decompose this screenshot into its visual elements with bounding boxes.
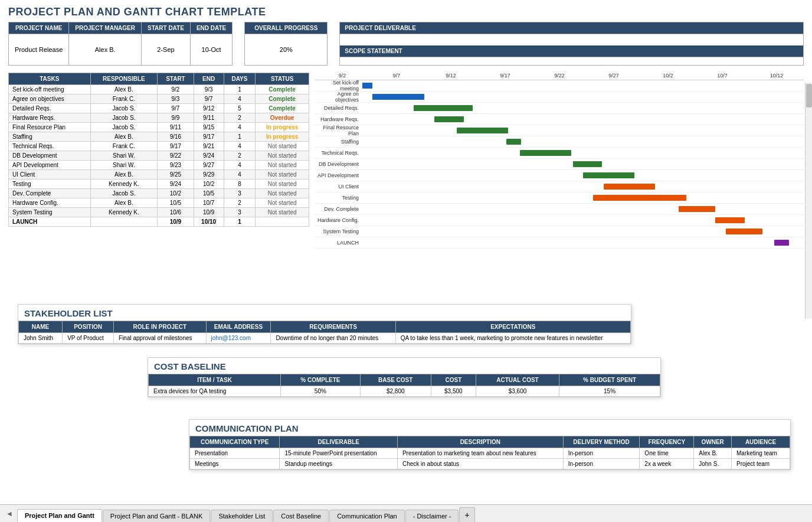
task-days: 1	[224, 217, 256, 227]
cost-title: COST BASELINE	[148, 358, 660, 374]
gantt-bar	[679, 206, 715, 212]
cost-budget: 15%	[559, 386, 660, 397]
tasks-col-end: END	[194, 73, 224, 85]
task-start: 9/2	[158, 85, 194, 94]
tab-disclaimer[interactable]: - Disclaimer -	[405, 510, 459, 522]
sh-col-name: NAME	[19, 321, 63, 333]
task-end: 9/3	[194, 85, 224, 94]
task-days: 2	[224, 198, 256, 208]
gantt-header-row: 9/29/79/129/179/229/2710/210/710/12	[315, 73, 804, 80]
gantt-row: Agree on objectives	[315, 92, 804, 103]
gantt-row: API Development	[315, 170, 804, 181]
task-start: 9/22	[158, 151, 194, 161]
task-name: Staffing	[9, 132, 91, 142]
comm-audience: Project team	[731, 459, 790, 469]
gantt-bars-area	[362, 159, 804, 170]
gantt-row-label: Technical Reqs.	[315, 150, 362, 156]
gantt-row: DB Development	[315, 159, 804, 170]
task-responsible: Alex B.	[90, 85, 158, 94]
gantt-bar	[414, 105, 473, 111]
task-end: 9/12	[194, 104, 224, 113]
comm-col-deliverable: DELIVERABLE	[280, 436, 397, 448]
gantt-row: LAUNCH	[315, 237, 804, 249]
task-start: 9/24	[158, 180, 194, 189]
gantt-row: Dev. Complete	[315, 204, 804, 215]
comm-col-type: COMMUNICATION TYPE	[190, 436, 280, 448]
task-days: 4	[224, 170, 256, 180]
gantt-row-label: System Testing	[315, 229, 362, 234]
stakeholder-title: STAKEHOLDER LIST	[18, 305, 631, 321]
gantt-row-label: Agree on objectives	[315, 91, 362, 103]
scrollbar-right[interactable]	[805, 83, 812, 319]
scrollbar-thumb[interactable]	[806, 84, 812, 107]
task-days: 8	[224, 180, 256, 189]
tab-nav-left[interactable]: ◄	[2, 507, 17, 520]
cost-col-cost: COST	[431, 374, 476, 386]
tab-cost-baseline[interactable]: Cost Baseline	[273, 510, 329, 522]
task-row: Set kick-off meeting Alex B. 9/2 9/3 1 C…	[9, 85, 309, 94]
task-name: LAUNCH	[9, 217, 91, 227]
sh-col-position: POSITION	[63, 321, 114, 333]
cost-row: Extra devices for QA testing 50% $2,800 …	[149, 386, 660, 397]
task-start: 10/9	[158, 217, 194, 227]
gantt-bar	[583, 172, 634, 178]
task-name: Detailed Reqs.	[9, 104, 91, 113]
start-date-value: 2-Sep	[142, 34, 191, 66]
cost-cost: $3,500	[431, 386, 476, 397]
sh-col-role: ROLE IN PROJECT	[114, 321, 207, 333]
task-row: API Development Shari W. 9/23 9/27 4 Not…	[9, 161, 309, 170]
stakeholder-row: John Smith VP of Product Final approval …	[19, 333, 631, 344]
tab-add-button[interactable]: +	[459, 507, 474, 522]
gantt-row-label: DB Development	[315, 161, 362, 167]
tab-communication-plan[interactable]: Communication Plan	[329, 510, 405, 522]
tab-project-plan-gantt[interactable]: Project Plan and Gantt	[17, 509, 102, 522]
task-responsible: Alex B.	[90, 132, 158, 142]
main-wrapper: PROJECT PLAN AND GANTT CHART TEMPLATE PR…	[0, 0, 812, 522]
task-responsible: Alex B.	[90, 170, 158, 180]
task-row: Hardware Reqs. Jacob S. 9/9 9/11 2 Overd…	[9, 113, 309, 123]
task-responsible: Kennedy K.	[90, 208, 158, 217]
task-days: 1	[224, 132, 256, 142]
task-start: 10/6	[158, 208, 194, 217]
task-start: 9/23	[158, 161, 194, 170]
scope-body	[339, 57, 804, 66]
sh-requirements: Downtime of no longer than 20 minutes	[271, 333, 395, 344]
task-name: Set kick-off meeting	[9, 85, 91, 94]
task-status: Overdue	[256, 113, 309, 123]
gantt-section: 9/29/79/129/179/229/2710/210/710/12 Set …	[315, 73, 804, 249]
task-name: Agree on objectives	[9, 94, 91, 104]
deliverable-body	[339, 34, 804, 46]
task-name: System Testing	[9, 208, 91, 217]
sh-expectations: QA to take less than 1 week, marketing t…	[395, 333, 630, 344]
gantt-bar	[362, 83, 372, 89]
gantt-bars-area	[362, 148, 804, 159]
tab-stakeholder-list[interactable]: Stakeholder List	[211, 510, 273, 522]
tasks-col-responsible: RESPONSIBLE	[90, 73, 158, 85]
task-status: Not started	[256, 151, 309, 161]
gantt-date-label: 10/2	[641, 73, 695, 79]
gantt-bars-area	[362, 204, 804, 215]
task-row: Final Resource Plan Jacob S. 9/11 9/15 4…	[9, 123, 309, 132]
task-end: 9/17	[194, 132, 224, 142]
cost-col-pct: % COMPLETE	[281, 374, 360, 386]
task-end: 9/7	[194, 94, 224, 104]
tab-project-plan-blank[interactable]: Project Plan and Gantt - BLANK	[103, 510, 211, 522]
gantt-date-label: 9/12	[424, 73, 478, 79]
gantt-date-label: 9/27	[587, 73, 641, 79]
task-responsible: Jacob S.	[90, 189, 158, 198]
task-row: UI Client Alex B. 9/25 9/29 4 Not starte…	[9, 170, 309, 180]
task-name: Dev. Complete	[9, 189, 91, 198]
comm-method: In-person	[563, 448, 640, 459]
sh-col-requirements: REQUIREMENTS	[271, 321, 395, 333]
gantt-bars-area	[362, 215, 804, 226]
comm-col-audience: AUDIENCE	[731, 436, 790, 448]
task-start: 10/5	[158, 198, 194, 208]
sh-email: john@123.com	[206, 333, 271, 344]
cost-col-base: BASE COST	[360, 374, 431, 386]
gantt-bar	[604, 184, 655, 190]
task-responsible: Jacob S.	[90, 123, 158, 132]
task-row: System Testing Kennedy K. 10/6 10/9 3 No…	[9, 208, 309, 217]
task-days: 4	[224, 123, 256, 132]
gantt-row-label: UI Client	[315, 184, 362, 190]
comm-method: In-person	[563, 459, 640, 469]
